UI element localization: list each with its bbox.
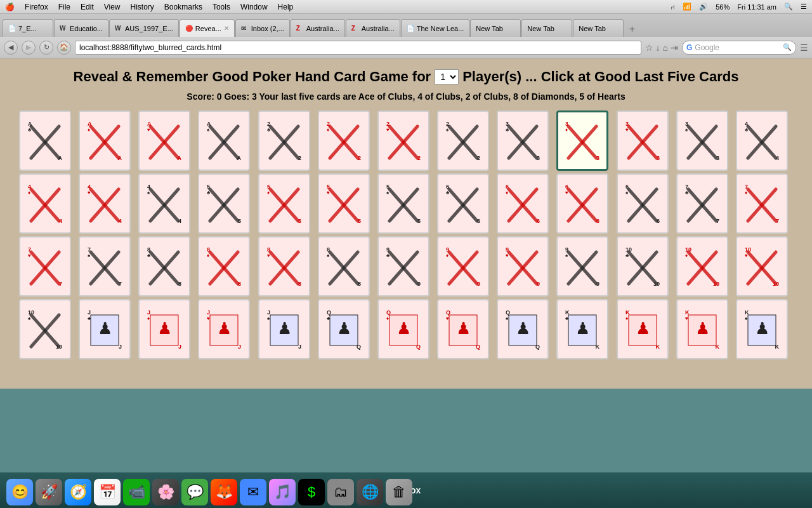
taskbar-terminal[interactable]: $ — [298, 479, 325, 505]
card-5-D[interactable]: 5 ♦ 5 — [258, 173, 310, 234]
taskbar-finder2[interactable]: 🗂 — [327, 479, 354, 505]
url-bar[interactable]: localhost:8888/fiftytwo_blurred_cards.ht… — [75, 41, 641, 55]
card-J-D[interactable]: J ♦ ♟ J — [138, 299, 190, 359]
card-Q-S[interactable]: Q ♠ ♟ Q — [497, 299, 549, 359]
card-Q-D[interactable]: Q ♦ ♟ Q — [377, 299, 429, 359]
card-A-C[interactable]: A ♣ A — [19, 110, 71, 171]
apple-menu[interactable]: 🍎 — [5, 3, 15, 11]
bookmark-icon[interactable]: ☆ — [645, 43, 653, 53]
menu-file[interactable]: File — [58, 3, 70, 11]
menu-tools[interactable]: Tools — [213, 3, 230, 11]
reload-button[interactable]: ↻ — [39, 41, 53, 55]
card-8-D[interactable]: 8 ♦ 8 — [198, 236, 250, 297]
menu-icon[interactable]: ☰ — [800, 43, 808, 53]
search-submit-icon[interactable]: 🔍 — [783, 43, 792, 51]
card-7-D[interactable]: 7 ♦ 7 — [736, 173, 788, 234]
taskbar-launchpad[interactable]: 🚀 — [36, 479, 62, 505]
card-A-D[interactable]: A ♦ A — [79, 110, 131, 171]
card-6-H[interactable]: 6 ♥ 6 — [556, 173, 608, 234]
card-9-C[interactable]: 9 ♣ 9 — [377, 236, 429, 297]
tab-4[interactable]: ✉ Inbox (2,... — [235, 19, 290, 37]
tab-6[interactable]: Z Australia... — [346, 19, 400, 37]
taskbar-trash[interactable]: 🗑 — [386, 479, 412, 505]
card-K-D[interactable]: K ♦ ♟ K — [617, 299, 669, 359]
card-5-S[interactable]: 5 ♠ 5 — [377, 173, 429, 234]
card-8-C[interactable]: 8 ♣ 8 — [138, 236, 190, 297]
search-bar[interactable]: G Google 🔍 — [682, 41, 796, 55]
taskbar-safari[interactable]: 🧭 — [65, 479, 91, 505]
taskbar-facetime[interactable]: 📹 — [123, 479, 150, 505]
download-icon[interactable]: ↓ — [656, 43, 660, 53]
taskbar-finder[interactable]: 😊 — [6, 479, 33, 505]
card-3-S[interactable]: 3 ♠ 3 — [676, 110, 728, 171]
taskbar-calendar[interactable]: 📅 — [94, 479, 121, 505]
card-10-H[interactable]: 10 ♥ 10 — [736, 236, 788, 297]
card-8-H[interactable]: 8 ♥ 8 — [258, 236, 310, 297]
card-10-S[interactable]: 10 ♠ 10 — [19, 299, 71, 359]
card-9-D[interactable]: 9 ♦ 9 — [437, 236, 489, 297]
card-4-C[interactable]: 4 ♣ 4 — [736, 110, 788, 171]
card-10-D[interactable]: 10 ♦ 10 — [676, 236, 728, 297]
menu-help[interactable]: Help — [278, 3, 294, 11]
tab-0[interactable]: 📄 7_E... — [3, 19, 53, 37]
menu-view[interactable]: View — [104, 3, 121, 11]
share-icon[interactable]: ⇥ — [671, 43, 678, 53]
card-J-C[interactable]: J ♣ ♟ J — [79, 299, 131, 359]
card-2-D[interactable]: 2 ♦ 2 — [318, 110, 370, 171]
menu-edit[interactable]: Edit — [81, 3, 94, 11]
menu-window[interactable]: Window — [240, 3, 268, 11]
menu-bookmarks[interactable]: Bookmarks — [164, 3, 202, 11]
card-K-H[interactable]: K ♥ ♟ K — [676, 299, 728, 359]
tab-9[interactable]: New Tab — [521, 19, 572, 37]
card-6-S[interactable]: 6 ♠ 6 — [617, 173, 669, 234]
card-Q-C[interactable]: Q ♣ ♟ Q — [318, 299, 370, 359]
taskbar-messages[interactable]: 💬 — [181, 479, 208, 505]
taskbar-photos[interactable]: 🌸 — [152, 479, 179, 505]
home-addr-icon[interactable]: ⌂ — [663, 43, 668, 53]
tab-7[interactable]: 📄 The New Lea... — [401, 19, 470, 37]
tab-5[interactable]: Z Australia... — [291, 19, 345, 37]
card-6-C[interactable]: 6 ♣ 6 — [437, 173, 489, 234]
card-4-S[interactable]: 4 ♠ 4 — [138, 173, 190, 234]
card-J-H[interactable]: J ♥ ♟ J — [198, 299, 250, 359]
card-2-S[interactable]: 2 ♠ 2 — [437, 110, 489, 171]
tab-8[interactable]: New Tab — [470, 19, 521, 37]
taskbar-chrome[interactable]: 🌐 — [357, 479, 383, 505]
tab-10[interactable]: New Tab — [573, 19, 624, 37]
card-8-S[interactable]: 8 ♠ 8 — [318, 236, 370, 297]
card-10-C[interactable]: 10 ♣ 10 — [617, 236, 669, 297]
card-3-C[interactable]: 3 ♣ 3 — [497, 110, 549, 171]
tab-3-active[interactable]: 🔴 Revea... ✕ — [180, 19, 235, 37]
tab-close-3[interactable]: ✕ — [224, 25, 229, 32]
home-button[interactable]: 🏠 — [57, 41, 71, 55]
card-3-D[interactable]: 3 ♦ 3 — [556, 110, 608, 171]
menu-firefox[interactable]: Firefox — [25, 3, 48, 11]
card-7-H[interactable]: 7 ♥ 7 — [19, 236, 71, 297]
card-K-S[interactable]: K ♠ ♟ K — [736, 299, 788, 359]
card-K-C[interactable]: K ♣ ♟ K — [556, 299, 608, 359]
taskbar-music[interactable]: 🎵 — [269, 479, 296, 505]
card-7-C[interactable]: 7 ♣ 7 — [676, 173, 728, 234]
tab-2[interactable]: W AUS_1997_E... — [109, 19, 179, 37]
card-A-S[interactable]: A ♠ A — [198, 110, 250, 171]
forward-button[interactable]: ▶ — [22, 41, 36, 55]
card-A-H[interactable]: A ♥ A — [138, 110, 190, 171]
taskbar-firefox[interactable]: 🦊 — [211, 479, 237, 505]
card-4-H[interactable]: 4 ♥ 4 — [79, 173, 131, 234]
new-tab-button[interactable]: + — [624, 22, 639, 37]
card-5-H[interactable]: 5 ♥ 5 — [318, 173, 370, 234]
search-icon[interactable]: 🔍 — [784, 3, 793, 11]
card-3-H[interactable]: 3 ♥ 3 — [617, 110, 669, 171]
card-7-S[interactable]: 7 ♠ 7 — [79, 236, 131, 297]
card-J-S[interactable]: J ♠ ♟ J — [258, 299, 310, 359]
card-4-D[interactable]: 4 ♦ 4 — [19, 173, 71, 234]
card-2-H[interactable]: 2 ♥ 2 — [377, 110, 429, 171]
tab-1[interactable]: W Educatio... — [54, 19, 108, 37]
taskbar-mail[interactable]: ✉ — [240, 479, 266, 505]
back-button[interactable]: ◀ — [4, 41, 18, 55]
menu-history[interactable]: History — [131, 3, 154, 11]
card-Q-H[interactable]: Q ♥ ♟ Q — [437, 299, 489, 359]
card-9-S[interactable]: 9 ♠ 9 — [556, 236, 608, 297]
card-5-C[interactable]: 5 ♣ 5 — [198, 173, 250, 234]
list-icon[interactable]: ☰ — [801, 3, 807, 11]
